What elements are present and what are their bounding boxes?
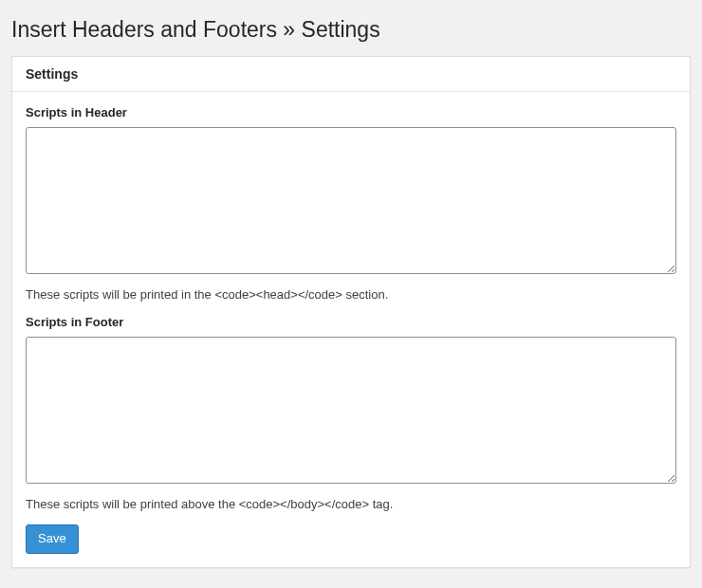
- page-title: Insert Headers and Footers » Settings: [11, 17, 691, 43]
- footer-scripts-help: These scripts will be printed above the …: [26, 497, 676, 511]
- save-button[interactable]: Save: [26, 524, 79, 554]
- field-group-footer: Scripts in Footer These scripts will be …: [26, 315, 676, 511]
- header-scripts-help: These scripts will be printed in the <co…: [26, 287, 676, 302]
- field-group-header: Scripts in Header These scripts will be …: [26, 105, 676, 302]
- header-scripts-label: Scripts in Header: [26, 105, 676, 119]
- settings-panel: Settings Scripts in Header These scripts…: [11, 56, 691, 568]
- panel-body: Scripts in Header These scripts will be …: [12, 92, 690, 567]
- footer-scripts-label: Scripts in Footer: [26, 315, 676, 329]
- footer-scripts-textarea[interactable]: [26, 337, 676, 484]
- header-scripts-textarea[interactable]: [26, 127, 676, 274]
- panel-header-title: Settings: [26, 66, 676, 82]
- panel-header: Settings: [12, 57, 690, 92]
